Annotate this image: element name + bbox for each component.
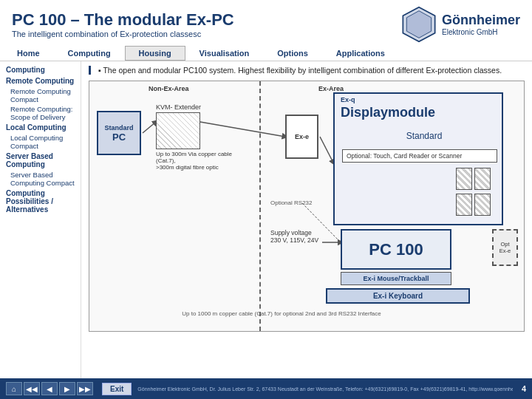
- kvm-caption: Up to 300m Via copper cable (Cat.7), >30…: [156, 151, 245, 171]
- display-standard-label: Standard: [341, 131, 508, 141]
- nav-prev-button[interactable]: ◀: [41, 382, 58, 395]
- optional-rs232: Optional RS232: [270, 200, 312, 206]
- header: PC 100 – The modular Ex-PC The intellige…: [0, 0, 532, 46]
- kvm-caption1: Up to 300m Via copper cable (Cat.7),: [156, 151, 232, 164]
- exi-keyboard: Ex-i Keyboard: [326, 288, 470, 304]
- area-divider: [259, 81, 261, 331]
- kvm-extender-box: KVM- Extender Up to 300m Via copper cabl…: [156, 103, 222, 171]
- opt-exe-box: Opt Ex-e: [492, 229, 518, 266]
- nav-item-computing[interactable]: Computing: [54, 46, 125, 61]
- exq-box: Ex-q Displaymodule Standard Optional: To…: [333, 92, 503, 225]
- non-ex-area-label: Non-Ex-Area: [149, 85, 189, 92]
- kvm-caption2: >300m digital fibre optic: [156, 164, 219, 171]
- sidebar-item-computing-possibilities[interactable]: Computing Possibilities / Alternatives: [0, 188, 81, 215]
- kvm-inner: [156, 112, 200, 149]
- opt-exe-label: Ex-e: [499, 248, 511, 254]
- header-left: PC 100 – The modular Ex-PC The intellige…: [12, 10, 234, 38]
- svg-line-4: [320, 137, 333, 163]
- footer: ⌂ ◀◀ ◀ ▶ ▶▶ Exit Gönnheimer Elektronic G…: [0, 378, 532, 399]
- optional-box: Optional: Touch, Card Reader or Scanner: [342, 149, 497, 163]
- navigation: HomeComputingHousingVisualisationOptions…: [0, 46, 532, 61]
- sidebar-item-server-based-compact[interactable]: Server Based Computing Compact: [0, 170, 81, 188]
- nav-home-button[interactable]: ⌂: [6, 382, 22, 395]
- sidebar-item-server-based-computing[interactable]: Server Based Computing: [0, 151, 81, 170]
- hatch-box-4: [474, 194, 491, 216]
- diagram: Non-Ex-Area Ex-Area Standard PC KVM- Ext…: [89, 81, 525, 332]
- sidebar-item-local-computing[interactable]: Local Computing: [0, 122, 81, 133]
- hatch-box-1: [456, 168, 472, 190]
- sidebar-item-computing[interactable]: Computing: [0, 64, 81, 75]
- footer-company-info: Gönnheimer Elektronic GmbH, Dr. Julius L…: [137, 386, 513, 392]
- company-sub: Elektronic GmbH: [442, 28, 520, 36]
- nav-next-button[interactable]: ▶: [59, 382, 75, 395]
- company-name: Gönnheimer: [442, 13, 520, 28]
- sidebar-item-remote-computing-compact[interactable]: Remote Computing Compact: [0, 86, 81, 104]
- opt-label: Opt: [500, 241, 509, 248]
- logo-hexagon-icon: [400, 6, 437, 43]
- pc100-label: PC 100: [369, 240, 423, 259]
- pc100-box: PC 100: [341, 229, 451, 270]
- sidebar-item-remote-computing-display[interactable]: Remote Computing: Scope of Delivery: [0, 104, 81, 122]
- page-number: 4: [522, 384, 526, 393]
- sidebar: ComputingRemote ComputingRemote Computin…: [0, 61, 81, 379]
- supply-voltage-box: Supply voltage 230 V, 115V, 24V: [270, 229, 322, 244]
- sidebar-item-remote-computing[interactable]: Remote Computing: [0, 75, 81, 86]
- logo-text: Gönnheimer Elektronic GmbH: [442, 13, 520, 36]
- nav-item-home[interactable]: Home: [3, 46, 54, 61]
- intro-text: ▪ The open and modular PC100 system. Hig…: [89, 66, 525, 75]
- ex-area-label: Ex-Area: [318, 85, 344, 92]
- exit-button[interactable]: Exit: [102, 383, 132, 395]
- svg-line-2: [143, 122, 156, 133]
- nav-item-applications[interactable]: Applications: [322, 46, 399, 61]
- hatch-box-3: [456, 194, 472, 216]
- main-content: ComputingRemote ComputingRemote Computin…: [0, 61, 532, 379]
- display-module-title: Displaymodule: [341, 105, 435, 120]
- page-title: PC 100 – The modular Ex-PC: [12, 10, 234, 30]
- bottom-cable-text: Up to 1000 m copper cable (Cat.7) for op…: [126, 310, 437, 317]
- kvm-label: KVM- Extender: [156, 103, 222, 111]
- exi-mouse: Ex-i Mouse/Trackball: [341, 272, 451, 285]
- exe-box: Ex-e: [285, 115, 318, 159]
- std-pc-label2: PC: [112, 132, 126, 143]
- content-area: ▪ The open and modular PC100 system. Hig…: [81, 61, 532, 379]
- exe-label: Ex-e: [295, 133, 309, 140]
- footer-nav[interactable]: ⌂ ◀◀ ◀ ▶ ▶▶: [6, 382, 93, 395]
- nav-prev2-button[interactable]: ◀◀: [24, 382, 40, 395]
- page-subtitle: The intelligent combination of Ex-protec…: [12, 30, 234, 38]
- exq-title: Ex-q: [341, 96, 355, 103]
- sidebar-item-local-computing-compact[interactable]: Local Computing Compact: [0, 133, 81, 151]
- standard-pc-box: Standard PC: [97, 111, 141, 155]
- nav-item-visualisation[interactable]: Visualisation: [185, 46, 264, 61]
- nav-next2-button[interactable]: ▶▶: [77, 382, 93, 395]
- nav-item-options[interactable]: Options: [263, 46, 322, 61]
- hatch-box-2: [474, 168, 491, 190]
- std-pc-label1: Standard: [104, 124, 133, 132]
- nav-item-housing[interactable]: Housing: [125, 46, 185, 61]
- logo: Gönnheimer Elektronic GmbH: [400, 6, 520, 43]
